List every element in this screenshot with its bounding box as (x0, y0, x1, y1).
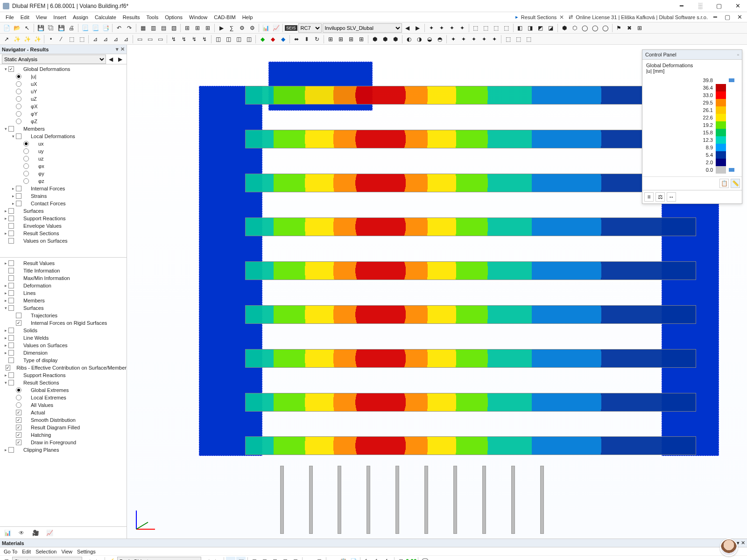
tree-checkbox[interactable] (8, 260, 14, 266)
t-d4[interactable]: ◯ (591, 23, 600, 33)
legend-slider[interactable] (729, 167, 738, 173)
r1-icon[interactable]: ⬌ (292, 35, 301, 44)
saveall-icon[interactable]: 💾 (56, 23, 66, 33)
nav-close-icon[interactable]: ✕ (120, 46, 125, 52)
doc-min-button[interactable]: ━ (711, 13, 720, 21)
tree-radio[interactable] (16, 395, 21, 400)
g4-icon[interactable]: ⊞ (357, 35, 366, 44)
x4-icon[interactable]: ✦ (479, 35, 489, 44)
tree-checkbox[interactable] (16, 313, 21, 318)
layout2-icon[interactable]: ▥ (148, 23, 158, 33)
tree-item[interactable]: ▸Lines (0, 289, 127, 297)
tree-item[interactable]: ▸Values on Surfaces (0, 342, 127, 349)
tree-item[interactable]: ▾Local Deformations (0, 133, 127, 140)
m4-icon[interactable]: ⊿ (121, 35, 131, 44)
tree-item[interactable]: Envelope Values (0, 222, 127, 230)
doc-close-button[interactable]: ✕ (735, 13, 744, 21)
tree-item[interactable]: Type of display (0, 357, 127, 364)
tree-item[interactable]: ▸Strains (0, 192, 127, 200)
x3-icon[interactable]: ✦ (469, 35, 479, 44)
r2-icon[interactable]: ⬍ (302, 35, 311, 44)
menu-file[interactable]: File (3, 14, 17, 21)
tree-item[interactable]: ▸Clipping Planes (0, 446, 127, 454)
res1-icon[interactable]: 📊 (261, 23, 270, 33)
tree-checkbox[interactable] (8, 216, 14, 221)
t-a2[interactable]: ✦ (437, 23, 446, 33)
t-e2[interactable]: ✖ (625, 23, 634, 33)
t-b2[interactable]: ⬚ (481, 23, 491, 33)
rc-combo[interactable]: RC7 (298, 23, 322, 33)
cp-edit-icon[interactable]: 📋 (719, 179, 729, 188)
tree-item[interactable]: φz (0, 177, 127, 185)
tree-item[interactable]: uz (0, 155, 127, 162)
bp-t6[interactable]: ⇥ (304, 557, 314, 560)
tree-checkbox[interactable] (8, 290, 14, 296)
tree-checkbox[interactable] (16, 186, 21, 191)
tree-item[interactable]: ▸Members (0, 297, 127, 304)
p3-icon[interactable]: ⬢ (391, 35, 400, 44)
tree-item[interactable]: Ribs - Effective Contribution on Surface… (0, 364, 127, 371)
sel-icon[interactable]: ↗ (2, 35, 11, 44)
support-avatar[interactable] (720, 539, 738, 556)
tree-radio[interactable] (16, 81, 21, 87)
tree-item[interactable]: |u| (0, 73, 127, 80)
t-c2[interactable]: ◨ (526, 23, 535, 33)
l4-icon[interactable]: ↯ (200, 35, 209, 44)
tree-item[interactable]: φy (0, 170, 127, 177)
tree-checkbox[interactable] (8, 357, 14, 363)
bp-menu-settings[interactable]: Settings (77, 549, 96, 554)
tree-item[interactable]: uX (0, 80, 127, 88)
basic-combo[interactable]: Basic Objects (117, 557, 201, 560)
tree-item[interactable]: Actual (0, 409, 127, 416)
c1-icon[interactable]: ◆ (258, 35, 267, 44)
p1-icon[interactable]: ⬢ (370, 35, 380, 44)
bp-filter-icon[interactable]: ⚡ (107, 557, 116, 560)
tree-radio[interactable] (16, 402, 21, 408)
prev-load-icon[interactable]: ◀ (403, 23, 412, 33)
tree-checkbox[interactable] (8, 126, 14, 132)
x5-icon[interactable]: ✦ (490, 35, 499, 44)
nav-pin-icon[interactable]: ▾ (116, 46, 119, 52)
cp-tab1-icon[interactable]: ≡ (644, 192, 654, 202)
tree-item[interactable]: Result Diagram Filled (0, 424, 127, 431)
bp-t3[interactable]: ⊞ (270, 557, 280, 560)
bp-t4[interactable]: ⊞ (281, 557, 290, 560)
tree-item[interactable]: Title Information (0, 267, 127, 274)
n3-icon[interactable]: ⬚ (67, 35, 76, 44)
layout3-icon[interactable]: ▤ (159, 23, 168, 33)
nav-next-icon[interactable]: ▶ (115, 55, 125, 64)
bp-menu-selection[interactable]: Selection (35, 549, 56, 554)
x1-icon[interactable]: ✦ (449, 35, 458, 44)
calc-icon[interactable]: ▶ (217, 23, 226, 33)
tree-item[interactable]: ux (0, 140, 127, 147)
t-a1[interactable]: ✦ (427, 23, 436, 33)
bp-next1-icon[interactable]: ▶ (93, 557, 103, 560)
table2-icon[interactable]: ⊞ (193, 23, 202, 33)
tree-radio[interactable] (23, 171, 29, 176)
menu-help[interactable]: Help (240, 14, 256, 21)
p2-icon[interactable]: ⬢ (381, 35, 390, 44)
open-icon[interactable]: 📂 (12, 23, 21, 33)
bp-menu-view[interactable]: View (61, 549, 72, 554)
doc-max-button[interactable]: ▢ (723, 13, 732, 21)
calc3-icon[interactable]: ⚙ (237, 23, 247, 33)
tree-checkbox[interactable] (8, 223, 14, 229)
restore-button[interactable]: ░ (691, 0, 710, 12)
menu-edit[interactable]: Edit (18, 14, 32, 21)
tree-checkbox[interactable] (8, 380, 14, 385)
tree-item[interactable]: ▸Dimension (0, 349, 127, 357)
layout4-icon[interactable]: ▧ (169, 23, 178, 33)
l3-icon[interactable]: ↯ (190, 35, 199, 44)
tree-item[interactable]: uZ (0, 95, 127, 103)
g2-icon[interactable]: ⊞ (336, 35, 345, 44)
bp-t7[interactable]: ⊞ (315, 557, 324, 560)
n4-icon[interactable]: ⬚ (77, 35, 86, 44)
tree-checkbox[interactable] (16, 410, 21, 415)
bp-t5[interactable]: ⊞ (291, 557, 300, 560)
g3-icon[interactable]: ⊞ (346, 35, 356, 44)
doc-name[interactable]: Result Sections (521, 14, 557, 20)
redo-icon[interactable]: ↷ (125, 23, 134, 33)
bp-t2[interactable]: ⊞ (260, 557, 269, 560)
tree-checkbox[interactable] (8, 343, 14, 348)
tree-checkbox[interactable] (6, 365, 10, 371)
